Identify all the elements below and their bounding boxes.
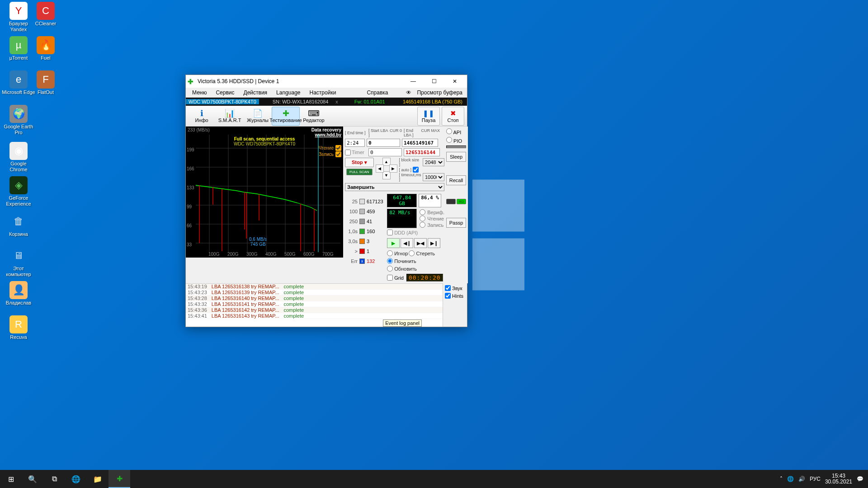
desktop-icon-fuel[interactable]: 🔥Fuel xyxy=(29,36,62,61)
taskview-button[interactable]: ⧉ xyxy=(43,470,65,488)
tray-volume-icon[interactable]: 🔊 xyxy=(798,476,805,482)
close-button[interactable]: ✕ xyxy=(444,75,465,88)
tab-testing[interactable]: ✚Тестирование xyxy=(272,107,300,126)
recall-button[interactable]: Recall xyxy=(446,175,466,185)
desktop-icon-recuva[interactable]: RRecuva xyxy=(2,315,35,340)
led-rd: RD xyxy=(457,199,466,204)
menu-actions[interactable]: Действия xyxy=(239,89,272,96)
y-max-label: 233 (MB/s) xyxy=(188,127,210,132)
tab-info[interactable]: ℹИнфо xyxy=(188,107,216,126)
timer-input[interactable] xyxy=(368,148,402,156)
desktop-icon-earth[interactable]: 🌍Google Earth Pro xyxy=(2,105,35,135)
taskbar-explorer[interactable]: 📁 xyxy=(87,470,108,488)
end-time-input[interactable] xyxy=(345,139,365,147)
device-serial-close[interactable]: x xyxy=(333,99,341,104)
tray-network-icon[interactable]: 🌐 xyxy=(787,476,794,482)
timeout-select[interactable]: 10000 xyxy=(423,173,444,181)
dpad-left[interactable]: ◀ xyxy=(376,164,384,173)
percent-done: 86,4 % xyxy=(419,194,441,207)
ddd-checkbox[interactable] xyxy=(387,230,393,235)
mode-pio[interactable] xyxy=(446,137,452,143)
tray-clock[interactable]: 15:4330.05.2021 xyxy=(825,473,852,485)
menu-help[interactable]: Справка xyxy=(362,89,392,96)
taskbar-edge[interactable]: 🌐 xyxy=(65,470,87,488)
sleep-button[interactable]: Sleep xyxy=(446,152,466,162)
ra-erase[interactable] xyxy=(409,250,415,256)
random-button[interactable]: ▶◀ xyxy=(414,238,427,248)
scan-stop-button[interactable]: Stop ▾ xyxy=(345,158,374,167)
start-button[interactable]: ⊞ xyxy=(0,470,22,488)
desktop-icon-geforce[interactable]: ◈GeForce Experience xyxy=(2,176,35,206)
tray-chevron-icon[interactable]: ˄ xyxy=(780,476,783,482)
auto-checkbox[interactable] xyxy=(413,167,419,173)
blocksize-select[interactable]: 2048 xyxy=(423,158,444,166)
menu-language[interactable]: Language xyxy=(272,89,305,96)
mode-read[interactable] xyxy=(420,216,425,221)
log-row: 15:43:41LBA 1265316143 try REMAP...compl… xyxy=(186,313,467,319)
app-icon: ✚ xyxy=(188,78,195,85)
pause-button[interactable]: ❚❚Пауза xyxy=(417,107,440,126)
log-row: 15:43:36LBA 1265316142 try REMAP...compl… xyxy=(186,307,467,313)
end-lba-input[interactable] xyxy=(402,139,438,147)
menu-settings[interactable]: Настройки xyxy=(305,89,341,96)
back-button[interactable]: ◀❙ xyxy=(401,238,413,248)
fullscan-button[interactable]: FULL SCAN xyxy=(346,169,373,175)
device-firmware: Fw: 01.01A01 xyxy=(341,99,399,104)
mode-verify[interactable] xyxy=(420,209,425,215)
ra-ignore[interactable] xyxy=(387,250,393,256)
mode-write[interactable] xyxy=(420,222,425,228)
search-button[interactable]: 🔍 xyxy=(22,470,43,488)
tail-button[interactable]: ▶❙ xyxy=(428,238,440,248)
taskbar-victoria[interactable]: ✚ xyxy=(108,470,130,488)
mode-api[interactable] xyxy=(446,128,452,134)
menu-service[interactable]: Сервис xyxy=(211,89,239,96)
desktop-icon-thispc[interactable]: 🖥Этот компьютер xyxy=(2,247,35,277)
titlebar[interactable]: ✚ Victoria 5.36 HDD/SSD | Device 1 — ☐ ✕ xyxy=(186,75,467,88)
start-lba-input[interactable] xyxy=(367,139,400,147)
tray-notifications-icon[interactable]: 💬 xyxy=(857,476,863,482)
log-row: 15:43:28LBA 1265316140 try REMAP...compl… xyxy=(186,296,467,301)
action-select[interactable]: Завершить xyxy=(345,183,444,191)
timer-checkbox[interactable] xyxy=(345,150,351,155)
minimize-button[interactable]: — xyxy=(403,75,424,88)
log-row: 15:43:32LBA 1265316141 try REMAP...compl… xyxy=(186,301,467,307)
desktop-icon-user[interactable]: 👤Владислав xyxy=(2,281,35,306)
speed-graph: 233 (MB/s) Data recoverywww.hdd.by Full … xyxy=(186,127,343,258)
desktop-icon-chrome[interactable]: ◉Google Chrome xyxy=(2,142,35,172)
hints-checkbox[interactable] xyxy=(445,293,451,299)
current-lba-input[interactable] xyxy=(404,148,440,156)
led-off xyxy=(446,199,456,204)
play-button[interactable]: ▶ xyxy=(387,238,400,248)
ra-refresh[interactable] xyxy=(387,266,393,272)
log-row: 15:43:23LBA 1265316139 try REMAP...compl… xyxy=(186,290,467,296)
speed-now: 82 MB/s xyxy=(387,209,417,228)
system-tray[interactable]: ˄ 🌐 🔊 РУС 15:4330.05.2021 💬 xyxy=(775,473,868,485)
ra-remap[interactable] xyxy=(387,258,393,264)
menubar: Меню Сервис Действия Language Настройки … xyxy=(186,88,467,98)
log-tooltip: Event log panel xyxy=(383,319,422,327)
desktop-icon-ccleaner[interactable]: CCCleaner xyxy=(29,2,62,27)
menu-menu[interactable]: Меню xyxy=(188,89,211,96)
log-panel[interactable]: 15:43:19LBA 1265316138 try REMAP...compl… xyxy=(186,283,467,327)
block-histogram: 25617123 100459 25041 1,0s160 3,0s3 >1 E… xyxy=(345,197,384,282)
graph-svg xyxy=(196,135,340,252)
grid-checkbox[interactable] xyxy=(387,275,393,281)
tray-lang[interactable]: РУС xyxy=(810,476,821,482)
tab-logs[interactable]: 📄Журналы xyxy=(244,107,272,126)
victoria-window: ✚ Victoria 5.36 HDD/SSD | Device 1 — ☐ ✕… xyxy=(185,75,467,327)
stop-button[interactable]: ✖Стоп xyxy=(442,107,464,126)
tab-smart[interactable]: 📊S.M.A.R.T xyxy=(216,107,244,126)
passp-button[interactable]: Passp xyxy=(446,218,466,228)
dpad-right[interactable]: ▶ xyxy=(389,164,397,173)
gb-done: 647,84 GB xyxy=(387,194,417,207)
mode-indicator xyxy=(446,145,466,148)
maximize-button[interactable]: ☐ xyxy=(424,75,444,88)
tab-editor[interactable]: ⌨Редактор xyxy=(300,107,328,126)
log-panel-wrap: 15:43:19LBA 1265316138 try REMAP...compl… xyxy=(186,283,467,327)
desktop-icon-trash[interactable]: 🗑Корзина xyxy=(2,212,35,237)
view-buffer-link[interactable]: Просмотр буфера xyxy=(416,89,465,96)
log-side-panel: Звук Hints xyxy=(443,283,467,327)
sound-checkbox[interactable] xyxy=(445,285,451,291)
nav-dpad: ▲ ▼ ◀ ▶ xyxy=(376,158,397,179)
desktop-icon-flatout[interactable]: FFlatOut xyxy=(29,70,62,95)
